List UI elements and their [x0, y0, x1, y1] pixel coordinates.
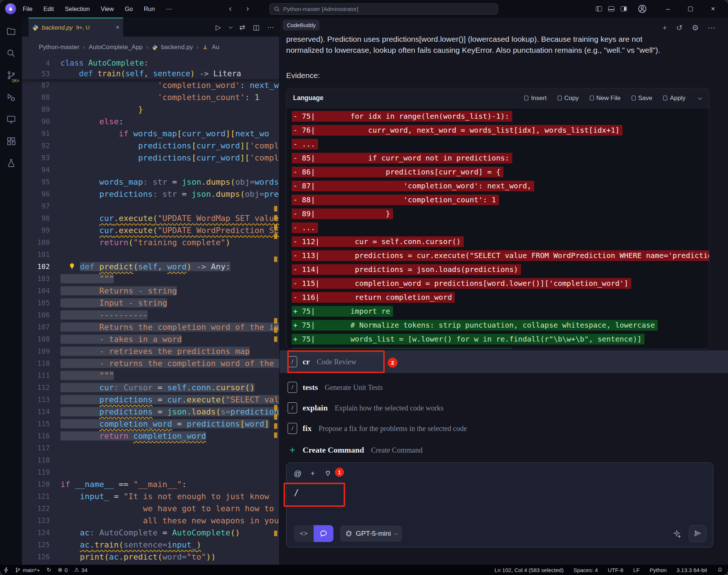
minimize-button[interactable]: –: [659, 5, 676, 13]
codebuddy-tab[interactable]: CodeBuddy: [283, 20, 319, 30]
problems-errors[interactable]: ⊗ 0: [58, 567, 68, 573]
code-line[interactable]: 113 predictions = cur.execute("SELECT va…: [22, 394, 279, 406]
code-line[interactable]: 109 - retrieves the predictions map: [22, 345, 279, 357]
code-line[interactable]: 92 predictions[curr_word]['completion_c: [22, 140, 279, 152]
more-actions-icon[interactable]: ⋯: [267, 23, 274, 32]
menu-selection[interactable]: Selection: [65, 5, 90, 12]
builder-mode-toggle[interactable]: <>: [294, 525, 314, 542]
command-tests[interactable]: /testsGenerate Unit Tests: [280, 378, 728, 397]
breadcrumb-file[interactable]: backend.py: [161, 44, 193, 51]
breadcrumb-folder[interactable]: Python-master: [39, 44, 80, 51]
toggle-sidebar-icon[interactable]: [596, 6, 602, 11]
menu-go[interactable]: Go: [125, 5, 133, 12]
cursor-position[interactable]: Ln 102, Col 4 (583 selected): [495, 567, 563, 573]
code-line[interactable]: 124 ac: AutoComplete = AutoComplete(): [22, 527, 279, 539]
code-line[interactable]: 110 - returns the completion word of the…: [22, 357, 279, 369]
indentation[interactable]: Spaces: 4: [573, 567, 598, 573]
breadcrumb-subfolder[interactable]: AutoComplete_App: [89, 44, 143, 51]
encoding[interactable]: UTF-8: [608, 567, 624, 573]
apply-button[interactable]: Apply: [663, 95, 685, 102]
menu-edit[interactable]: Edit: [44, 5, 54, 12]
toggle-panel-icon[interactable]: [608, 6, 614, 11]
testing-icon[interactable]: [6, 158, 16, 168]
sticky-line[interactable]: 4class AutoComplete:: [22, 58, 279, 69]
run-dropdown-icon[interactable]: [229, 25, 233, 29]
code-line[interactable]: 107 Returns the completion word of the i…: [22, 321, 279, 333]
code-line[interactable]: 118: [22, 454, 279, 466]
branch-status[interactable]: main*+: [15, 567, 40, 573]
code-line[interactable]: 126 print(ac.predict(word="to")): [22, 551, 279, 563]
code-line[interactable]: 101: [22, 248, 279, 261]
run-debug-icon[interactable]: [6, 92, 16, 102]
code-line[interactable]: 108 - takes in a word: [22, 333, 279, 345]
attach-icon[interactable]: +: [310, 469, 315, 478]
enhance-prompt-button[interactable]: [669, 526, 684, 541]
remote-indicator[interactable]: [4, 567, 8, 573]
toggle-secondary-sidebar-icon[interactable]: [621, 6, 627, 11]
menu-run[interactable]: Run: [144, 5, 155, 12]
menu-[interactable]: ⋯: [166, 5, 172, 12]
search-sidebar-icon[interactable]: [6, 48, 16, 58]
command-create-command[interactable]: +Create CommandCreate Command: [280, 441, 728, 460]
code-line[interactable]: 102 def predict(self, word) -> Any:: [22, 261, 279, 273]
back-icon[interactable]: ‹: [229, 4, 232, 14]
insert-button[interactable]: Insert: [524, 95, 547, 102]
code-line[interactable]: 88 'completion_count': 1: [22, 91, 279, 103]
code-line[interactable]: 89 }: [22, 103, 279, 115]
maximize-button[interactable]: [688, 7, 693, 11]
code-line[interactable]: 105 Input - string: [22, 297, 279, 309]
code-line[interactable]: 95 words_map: str = json.dumps(obj=words…: [22, 176, 279, 188]
remote-explorer-icon[interactable]: [6, 114, 16, 124]
explorer-icon[interactable]: [6, 26, 16, 36]
code-line[interactable]: 121 input_ = "It is not enough to just k…: [22, 490, 279, 502]
code-editor[interactable]: 87 'completion_word': next_w88 'completi…: [22, 79, 279, 565]
code-line[interactable]: 97: [22, 200, 279, 212]
code-line[interactable]: 103 """: [22, 273, 279, 285]
code-line[interactable]: 87 'completion_word': next_w: [22, 79, 279, 91]
eol-sequence[interactable]: LF: [633, 567, 640, 573]
problems-warnings[interactable]: ⚠ 34: [74, 567, 88, 573]
new-chat-icon[interactable]: +: [662, 23, 667, 32]
model-selector[interactable]: GPT-5-mini: [340, 526, 402, 542]
code-line[interactable]: 94: [22, 164, 279, 176]
tab-backend-py[interactable]: backend.py 9+, U ×: [29, 18, 123, 37]
command-fix[interactable]: /fixPropose a fix for the problems in th…: [280, 419, 728, 438]
code-line[interactable]: 91 if words_map[curr_word][next_wo: [22, 128, 279, 140]
code-line[interactable]: 123 all these new weapons in your: [22, 515, 279, 527]
collapse-diff-icon[interactable]: [698, 95, 702, 99]
notifications-bell-icon[interactable]: [717, 567, 723, 573]
chat-input-card[interactable]: @ + / <> GPT-5-mini: [286, 462, 713, 548]
quick-fix-lightbulb-icon[interactable]: [68, 262, 76, 270]
code-line[interactable]: 112 cur: Cursor = self.conn.cursor(): [22, 382, 279, 394]
mention-icon[interactable]: @: [294, 469, 302, 478]
code-line[interactable]: 93 predictions[curr_word]['completion_w: [22, 152, 279, 164]
send-button[interactable]: [689, 525, 706, 542]
command-explain[interactable]: /explainExplain how the selected code wo…: [280, 399, 728, 417]
code-line[interactable]: 99 cur.execute("UPDATE WordPrediction SE…: [22, 224, 279, 236]
code-line[interactable]: 100 return("training complete"): [22, 236, 279, 248]
code-line[interactable]: 122 we have got to learn how to: [22, 502, 279, 515]
command-center-search[interactable]: Python-master [Administrator]: [269, 3, 498, 15]
code-line[interactable]: 114 predictions = json.loads(s=predictio…: [22, 406, 279, 418]
code-line[interactable]: 106 ----------: [22, 309, 279, 321]
language-mode[interactable]: Python: [650, 567, 667, 573]
sync-button[interactable]: ↻: [47, 567, 51, 573]
code-line[interactable]: 119: [22, 466, 279, 478]
run-python-icon[interactable]: ▷: [216, 23, 221, 32]
split-editor-icon[interactable]: ◫: [253, 23, 259, 32]
menu-file[interactable]: File: [23, 5, 33, 12]
code-line[interactable]: 90 else:: [22, 115, 279, 128]
code-line[interactable]: 98 cur.execute("UPDATE WordMap SET value…: [22, 212, 279, 224]
code-line[interactable]: 115 completion_word = predictions[word]: [22, 418, 279, 430]
breadcrumb-symbol[interactable]: Au: [212, 44, 219, 51]
menu-view[interactable]: View: [101, 5, 114, 12]
copy-button[interactable]: Copy: [558, 95, 579, 102]
settings-gear-icon[interactable]: ⚙: [692, 23, 699, 32]
history-icon[interactable]: ↺: [676, 23, 683, 32]
tab-close-icon[interactable]: ×: [116, 24, 119, 31]
chat-mode-toggle[interactable]: [314, 525, 333, 542]
code-line[interactable]: 117: [22, 442, 279, 454]
code-line[interactable]: 120if __name__ == "__main__":: [22, 478, 279, 490]
code-line[interactable]: 96 predictions: str = json.dumps(obj=pre…: [22, 188, 279, 200]
app-logo-icon[interactable]: [5, 3, 16, 14]
